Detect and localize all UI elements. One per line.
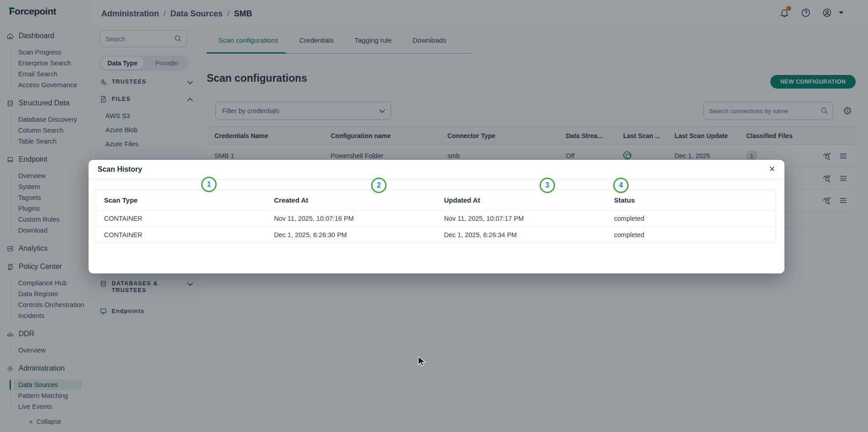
modal-table-header: Scan Type Created At Updated At Status: [95, 190, 775, 211]
col-status: Status: [605, 196, 775, 204]
step-badge-4: 4: [613, 178, 629, 193]
modal-title: Scan History: [98, 165, 142, 174]
step-badge-3: 3: [540, 178, 555, 193]
col-updated-at: Updated At: [435, 196, 605, 204]
col-scan-type: Scan Type: [95, 196, 265, 204]
modal-table-row[interactable]: CONTAINER Nov 11, 2025, 10:07:16 PM Nov …: [95, 211, 775, 227]
col-created-at: Created At: [265, 196, 435, 204]
step-badge-2: 2: [371, 178, 387, 193]
step-badge-1: 1: [201, 177, 217, 192]
modal-table-row[interactable]: CONTAINER Dec 1, 2025, 6:26:30 PM Dec 1,…: [95, 227, 775, 243]
modal-header: Scan History ✕: [89, 160, 784, 179]
close-icon[interactable]: ✕: [769, 164, 775, 174]
app-window: Forcepoint Dashboard Scan Progress Enter…: [0, 0, 868, 432]
scan-history-table: Scan Type Created At Updated At Status C…: [94, 189, 775, 243]
scan-history-modal: Scan History ✕ 1 2 3 4 Scan Type Created…: [89, 160, 784, 273]
